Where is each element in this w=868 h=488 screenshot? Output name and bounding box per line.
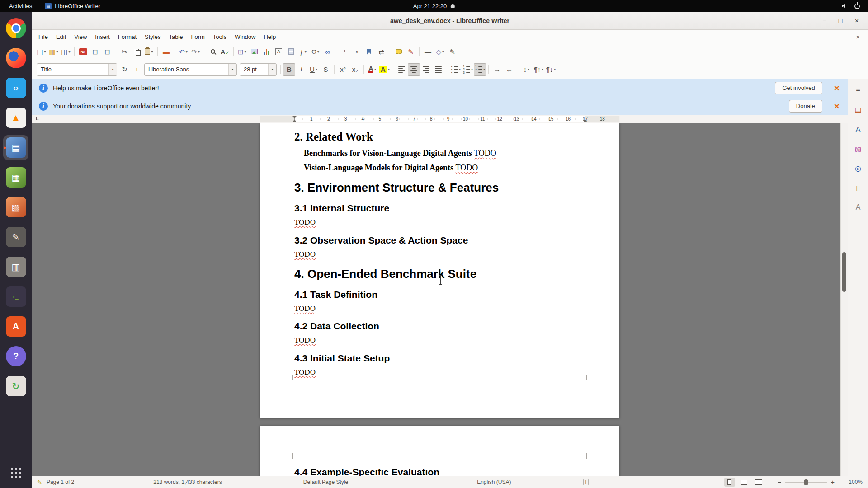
dock-terminal[interactable]: ›_: [3, 284, 28, 309]
open-button[interactable]: ▥▾: [47, 45, 60, 58]
clock-menu[interactable]: Apr 21 22:20: [413, 3, 455, 9]
donate-button[interactable]: Donate: [789, 100, 822, 113]
dropdown-arrow-icon[interactable]: ▾: [528, 67, 529, 71]
dropdown-arrow-icon[interactable]: ▾: [388, 67, 390, 71]
font-size-combo[interactable]: 28 pt▾: [240, 63, 277, 76]
focused-app-menu[interactable]: LibreOffice Writer: [45, 3, 100, 9]
dropdown-arrow-icon[interactable]: ▾: [57, 50, 58, 54]
paragraph-h2[interactable]: 4.2 Data Collection: [294, 320, 585, 333]
single-page-view-button[interactable]: [724, 478, 735, 487]
menu-table[interactable]: Table: [165, 32, 187, 42]
spelling-button[interactable]: A: [219, 45, 231, 58]
superscript-button[interactable]: x²: [337, 63, 349, 76]
menu-insert[interactable]: Insert: [91, 32, 114, 42]
line-spacing-button[interactable]: ↕▾: [520, 63, 533, 76]
zoom-in-button[interactable]: +: [829, 479, 836, 486]
highlight-color-button[interactable]: A▾: [378, 63, 391, 76]
infobar-close-icon[interactable]: ×: [834, 83, 840, 93]
text-language[interactable]: English (USA): [477, 479, 511, 485]
insert-special-character-button[interactable]: Ω▾: [309, 45, 321, 58]
insert-comment-button[interactable]: [392, 45, 405, 58]
dock-libreoffice-calc[interactable]: ▦: [3, 165, 28, 190]
paragraph-h2[interactable]: 3.1 Internal Structure: [294, 202, 585, 215]
paragraph-h1s[interactable]: 2. Related Work: [294, 130, 585, 144]
align-left-button[interactable]: [396, 63, 408, 76]
dropdown-arrow-icon[interactable]: ▾: [108, 64, 117, 75]
scrollbar-thumb[interactable]: [842, 252, 846, 292]
insert-cross-reference-button[interactable]: ⇄: [375, 45, 387, 58]
align-center-button[interactable]: [408, 63, 420, 76]
dock-software-updater[interactable]: ↻: [3, 374, 28, 399]
document-status-icon[interactable]: ✎: [37, 479, 42, 486]
document-canvas[interactable]: 2. Related WorkBenchmarks for Vision-Lan…: [32, 123, 848, 476]
paragraph-todo[interactable]: TODO: [294, 249, 585, 259]
paragraph-run[interactable]: Benchmarks for Vision-Language Digital A…: [304, 148, 585, 159]
paragraph-todo[interactable]: TODO: [294, 335, 585, 345]
increase-paragraph-spacing-button[interactable]: ¶↑▾: [533, 63, 545, 76]
zoom-slider-thumb[interactable]: [804, 479, 808, 485]
menu-edit[interactable]: Edit: [52, 32, 70, 42]
menu-form[interactable]: Form: [187, 32, 208, 42]
bold-button[interactable]: B: [283, 63, 295, 76]
infobar-close-icon[interactable]: ×: [834, 101, 840, 111]
insert-image-button[interactable]: [248, 45, 260, 58]
track-changes-button[interactable]: ✎: [405, 45, 417, 58]
menu-view[interactable]: View: [70, 32, 91, 42]
paragraph-h2[interactable]: 3.2 Observation Space & Action Space: [294, 235, 585, 247]
decrease-indent-button[interactable]: ←: [503, 63, 515, 76]
paragraph-todo[interactable]: TODO: [294, 217, 585, 227]
dropdown-arrow-icon[interactable]: ▾: [305, 50, 307, 54]
insert-page-break-button[interactable]: [285, 45, 297, 58]
dropdown-arrow-icon[interactable]: ▾: [186, 50, 188, 54]
font-color-button[interactable]: A▾: [366, 63, 378, 76]
page-count[interactable]: Page 1 of 2: [47, 479, 74, 485]
menu-window[interactable]: Window: [231, 32, 259, 42]
dropdown-arrow-icon[interactable]: ▾: [228, 64, 236, 75]
dock-libreoffice-impress[interactable]: ▧: [3, 195, 28, 220]
dock-gimp[interactable]: ✎: [3, 225, 28, 249]
dropdown-arrow-icon[interactable]: ▾: [151, 50, 153, 54]
paste-button[interactable]: ▾: [143, 45, 155, 58]
redo-button[interactable]: ↷▾: [189, 45, 202, 58]
right-indent-marker[interactable]: [583, 119, 587, 122]
outline-list-button[interactable]: 1ai▾: [474, 63, 486, 76]
menu-help[interactable]: Help: [259, 32, 280, 42]
italic-button[interactable]: I: [295, 63, 307, 76]
ordered-list-button[interactable]: 123▾: [462, 63, 474, 76]
close-document-button[interactable]: ×: [850, 33, 865, 41]
dropdown-arrow-icon[interactable]: ▾: [459, 67, 461, 71]
copy-button[interactable]: [131, 45, 143, 58]
zoom-level[interactable]: 100%: [843, 479, 863, 485]
sidebar-settings-button[interactable]: ≡: [850, 84, 866, 98]
insert-bookmark-button[interactable]: [363, 45, 375, 58]
style-inspector-deck-button[interactable]: A: [850, 200, 866, 214]
menu-format[interactable]: Format: [114, 32, 141, 42]
underline-button[interactable]: U▾: [307, 63, 320, 76]
page-deck-button[interactable]: ▯: [850, 181, 866, 195]
paragraph-h1[interactable]: 3. Environment Structure & Features: [294, 180, 585, 195]
page-style[interactable]: Default Page Style: [303, 479, 348, 485]
new-style-button[interactable]: +: [131, 63, 143, 76]
left-indent-marker[interactable]: [292, 119, 297, 122]
align-right-button[interactable]: [420, 63, 432, 76]
zoom-slider[interactable]: [785, 482, 827, 483]
basic-shapes-button[interactable]: ◇▾: [434, 45, 446, 58]
menu-tools[interactable]: Tools: [209, 32, 231, 42]
cut-button[interactable]: ✂: [118, 45, 131, 58]
first-line-indent-marker[interactable]: [292, 116, 297, 119]
dropdown-arrow-icon[interactable]: ▾: [471, 67, 473, 71]
paragraph-style-combo[interactable]: Title▾: [37, 63, 117, 76]
maximize-button[interactable]: □: [835, 15, 846, 27]
dropdown-arrow-icon[interactable]: ▾: [69, 50, 71, 54]
dock-firefox[interactable]: [3, 46, 28, 70]
insert-chart-button[interactable]: [260, 45, 273, 58]
clone-formatting-button[interactable]: ▬: [160, 45, 172, 58]
dock-files[interactable]: ▥: [3, 254, 28, 279]
dock-help[interactable]: ?: [3, 344, 28, 369]
new-document-button[interactable]: ▤▾: [35, 45, 47, 58]
insert-mode-indicator[interactable]: I: [583, 479, 588, 485]
dropdown-arrow-icon[interactable]: ▾: [316, 67, 317, 71]
paragraph-h2[interactable]: 4.3 Initial State Setup: [294, 352, 585, 365]
dock-ubuntu-software[interactable]: A: [3, 314, 28, 339]
insert-text-box-button[interactable]: A: [273, 45, 285, 58]
